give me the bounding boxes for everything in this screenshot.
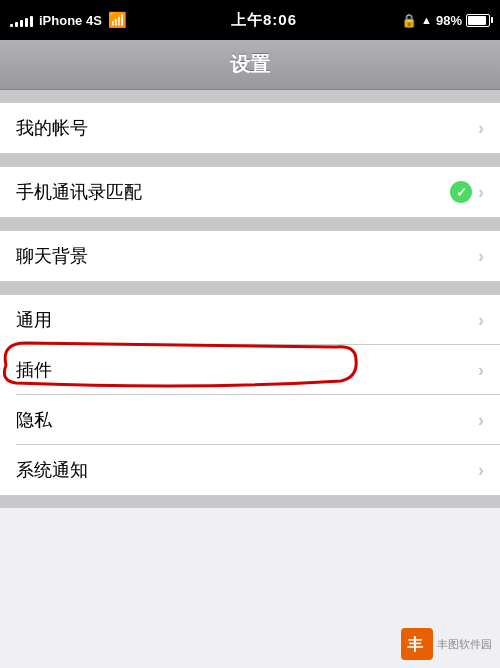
signal-bar-1	[10, 24, 13, 27]
watermark-label: 丰图软件园	[437, 637, 492, 652]
chevron-icon: ›	[478, 118, 484, 139]
logo-icon: 丰	[405, 632, 429, 656]
signal-bar-2	[15, 22, 18, 27]
cell-chat-bg[interactable]: 聊天背景 ›	[0, 231, 500, 281]
status-bar: iPhone 4S 📶 上午8:06 🔒 ▲ 98%	[0, 0, 500, 40]
chevron-icon: ›	[478, 410, 484, 431]
battery-fill	[468, 16, 486, 25]
signal-bar-3	[20, 20, 23, 27]
chevron-icon: ›	[478, 246, 484, 267]
status-right: 🔒 ▲ 98%	[401, 13, 490, 28]
cell-my-account[interactable]: 我的帐号 ›	[0, 103, 500, 153]
settings-content: 我的帐号 › 手机通讯录匹配 ✓ ›	[0, 90, 500, 508]
privacy-label: 隐私	[16, 408, 52, 432]
cell-contact-match[interactable]: 手机通讯录匹配 ✓ ›	[0, 167, 500, 217]
watermark-logo: 丰	[401, 628, 433, 660]
chat-bg-label: 聊天背景	[16, 244, 88, 268]
chevron-icon: ›	[478, 310, 484, 331]
battery-icon	[466, 14, 490, 27]
section-general: 通用 › 插件 › 隐私	[0, 294, 500, 496]
cell-group-account: 我的帐号 ›	[0, 102, 500, 154]
cell-group-contacts: 手机通讯录匹配 ✓ ›	[0, 166, 500, 218]
signal-bar-5	[30, 16, 33, 27]
cell-group-chat: 聊天背景 ›	[0, 230, 500, 282]
my-account-right: ›	[478, 118, 484, 139]
chat-bg-right: ›	[478, 246, 484, 267]
sysnotify-right: ›	[478, 460, 484, 481]
cell-privacy[interactable]: 隐私 ›	[0, 395, 500, 445]
battery-percent: 98%	[436, 13, 462, 28]
nav-title: 设置	[230, 51, 270, 78]
device-name: iPhone 4S	[39, 13, 102, 28]
signal-icon	[10, 13, 33, 27]
my-account-label: 我的帐号	[16, 116, 88, 140]
status-left: iPhone 4S 📶	[10, 11, 127, 29]
cell-plugins[interactable]: 插件 ›	[0, 345, 500, 395]
contact-match-right: ✓ ›	[450, 181, 484, 203]
status-time: 上午8:06	[231, 11, 297, 30]
privacy-right: ›	[478, 410, 484, 431]
cell-general[interactable]: 通用 ›	[0, 295, 500, 345]
sysnotify-label: 系统通知	[16, 458, 88, 482]
watermark: 丰 丰图软件园	[401, 628, 492, 660]
section-contacts: 手机通讯录匹配 ✓ ›	[0, 166, 500, 218]
location-icon: ▲	[421, 14, 432, 26]
signal-bar-4	[25, 18, 28, 27]
contact-match-label: 手机通讯录匹配	[16, 180, 142, 204]
cell-group-general: 通用 › 插件 › 隐私	[0, 294, 500, 496]
device-screen: iPhone 4S 📶 上午8:06 🔒 ▲ 98% 设置 我的帐号 ›	[0, 0, 500, 668]
chevron-icon: ›	[478, 460, 484, 481]
section-chat: 聊天背景 ›	[0, 230, 500, 282]
check-symbol: ✓	[456, 185, 467, 200]
cell-sysnotify[interactable]: 系统通知 ›	[0, 445, 500, 495]
chevron-icon: ›	[478, 360, 484, 381]
section-account: 我的帐号 ›	[0, 102, 500, 154]
general-label: 通用	[16, 308, 52, 332]
chevron-icon: ›	[478, 182, 484, 203]
wifi-icon: 📶	[108, 11, 127, 29]
general-right: ›	[478, 310, 484, 331]
plugins-right: ›	[478, 360, 484, 381]
checkmark-icon: ✓	[450, 181, 472, 203]
nav-bar: 设置	[0, 40, 500, 90]
lock-icon: 🔒	[401, 13, 417, 28]
svg-text:丰: 丰	[407, 636, 424, 653]
red-annotation	[0, 335, 366, 400]
plugins-label: 插件	[16, 358, 52, 382]
